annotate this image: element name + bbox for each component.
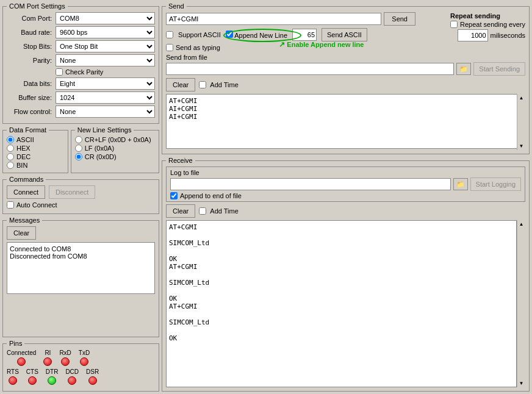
flow-control-label: Flow control: (7, 108, 56, 115)
auto-connect-checkbox[interactable] (7, 201, 14, 209)
stop-bits-select[interactable]: One Stop Bit (56, 40, 155, 52)
receive-clear-button[interactable]: Clear (166, 204, 195, 218)
data-bits-select[interactable]: Eight (56, 77, 155, 90)
messages-legend: Messages (7, 217, 42, 224)
flow-control-select[interactable]: None (56, 106, 155, 118)
send-scrollbar: ▲ ▼ (517, 94, 525, 150)
pin-dcd-label: DCD (65, 368, 79, 375)
start-logging-button[interactable]: Start Logging (470, 177, 521, 191)
newline-cr-label: CR (0x0D) (85, 153, 117, 160)
format-hex-radio[interactable] (7, 145, 14, 152)
send-clear-addtime-row: Clear Add Time (166, 78, 525, 91)
pin-dsr: DSR (86, 368, 99, 385)
send-file-browse-button[interactable]: 📁 (456, 63, 471, 75)
repeat-every-checkbox[interactable] (450, 21, 458, 28)
pin-ri: RI (43, 349, 52, 366)
send-as-typing-checkbox[interactable] (166, 44, 173, 51)
pins-section: Pins Connected RI RxD TxD (2, 340, 159, 392)
baud-rate-select[interactable]: 9600 bps (56, 26, 155, 38)
send-clear-button[interactable]: Clear (166, 78, 195, 91)
pin-connected-label: Connected (7, 349, 36, 356)
receive-add-time-label: Add Time (210, 207, 238, 215)
format-bin-radio[interactable] (7, 162, 14, 169)
log-file-input[interactable] (170, 178, 451, 190)
receive-clear-row: Clear Add Time (166, 204, 525, 218)
append-new-line-checkbox[interactable] (226, 30, 233, 38)
parity-select[interactable]: None (56, 54, 155, 66)
send-button[interactable]: Send (384, 12, 415, 26)
format-dec-label: DEC (16, 153, 31, 160)
pins-legend: Pins (7, 340, 24, 347)
append-to-end-checkbox[interactable] (170, 192, 178, 199)
pin-dcd: DCD (65, 368, 79, 385)
send-add-time-label: Add Time (210, 81, 238, 88)
commands-legend: Commands (7, 176, 46, 183)
log-file-row: 📁 Start Logging (170, 177, 521, 191)
receive-scroll-up-icon[interactable]: ▲ (519, 221, 524, 227)
format-hex-label: HEX (16, 145, 31, 152)
messages-section: Messages Clear Connected to COM8 Disconn… (2, 217, 159, 337)
commands-buttons: Connect Disconnect (7, 185, 155, 199)
pin-cts: CTS (26, 368, 38, 385)
send-textarea[interactable]: AT+CGMI AI+CGMI AI+CGMI (166, 94, 525, 149)
clear-messages-button[interactable]: Clear (7, 226, 36, 240)
com-port-settings-legend: COM Port Settings (7, 2, 68, 10)
append-to-end-label: Append to end of file (180, 192, 242, 199)
send-command-input[interactable] (166, 13, 381, 25)
pin-dtr-led (48, 376, 56, 385)
data-bits-row: Data bits: Eight (7, 77, 155, 90)
newline-cr-radio[interactable] (75, 153, 82, 160)
newline-cr-row: CR (0x0D) (75, 153, 155, 160)
format-ascii-radio[interactable] (7, 136, 14, 143)
pin-rts-label: RTS (7, 368, 19, 375)
log-browse-button[interactable]: 📁 (453, 178, 468, 190)
repeat-every-row: Repeat sending every (450, 21, 525, 28)
pin-rxd-label: RxD (59, 349, 71, 356)
format-dec-radio[interactable] (7, 153, 14, 160)
auto-connect-label: Auto Connect (16, 201, 57, 209)
pin-dsr-label: DSR (86, 368, 99, 375)
message-line-1: Connected to COM8 (10, 245, 152, 253)
send-legend: Send (166, 2, 187, 10)
format-bin-label: BIN (16, 162, 27, 169)
send-file-input[interactable] (166, 63, 454, 75)
data-bits-label: Data bits: (7, 80, 56, 87)
support-ascii-checkbox[interactable] (166, 31, 173, 38)
format-bin-row: BIN (7, 162, 64, 169)
pin-cts-led (28, 376, 37, 385)
parity-label: Parity: (7, 57, 56, 64)
com-port-select[interactable]: COM8 (56, 12, 155, 24)
format-ascii-label: ASCII (16, 136, 34, 143)
receive-add-time-checkbox[interactable] (199, 207, 206, 215)
receive-textarea-wrapper: AT+CGMI SIMCOM_Ltd OK AT+CGMI SIMCOM_Ltd… (166, 220, 525, 387)
pin-connected-led (17, 357, 26, 366)
format-newline-section: Data Format ASCII HEX DEC BIN (2, 126, 159, 173)
com-port-settings: COM Port Settings Com Port: COM8 Baud ra… (2, 2, 159, 124)
pin-connected: Connected (7, 349, 36, 366)
data-format-box: Data Format ASCII HEX DEC BIN (2, 126, 68, 173)
newline-crlf-radio[interactable] (75, 136, 82, 143)
disconnect-button[interactable]: Disconnect (49, 185, 95, 199)
pin-ri-label: RI (45, 349, 51, 356)
new-line-settings-box: New Line Settings CR+LF (0x0D + 0x0A) LF… (71, 126, 159, 173)
newline-lf-radio[interactable] (75, 145, 82, 152)
check-parity-checkbox[interactable] (56, 68, 63, 76)
left-panel: COM Port Settings Com Port: COM8 Baud ra… (0, 0, 162, 394)
send-from-file-section: Send from file 📁 Start Sending (166, 54, 525, 76)
send-ascii-button[interactable]: Send ASCII (322, 28, 367, 41)
receive-textarea[interactable]: AT+CGMI SIMCOM_Ltd OK AT+CGMI SIMCOM_Ltd… (166, 220, 517, 387)
buffer-size-select[interactable]: 1024 (56, 91, 155, 104)
send-top-row: Send (166, 12, 415, 26)
receive-scroll-down-icon[interactable]: ▼ (519, 381, 524, 386)
pin-dsr-led (88, 376, 97, 385)
connect-button[interactable]: Connect (7, 185, 45, 199)
start-sending-button[interactable]: Start Sending (473, 62, 525, 76)
newline-lf-label: LF (0x0A) (85, 145, 114, 152)
scroll-up-icon[interactable]: ▲ (519, 95, 524, 101)
check-parity-label: Check Parity (65, 68, 103, 76)
scroll-down-icon[interactable]: ▼ (519, 143, 524, 149)
repeat-sending-label: Repeat sending (450, 12, 525, 20)
send-add-time-checkbox[interactable] (199, 81, 206, 88)
append-new-line-container: Append New Line (226, 30, 287, 39)
num-input[interactable] (292, 29, 317, 41)
